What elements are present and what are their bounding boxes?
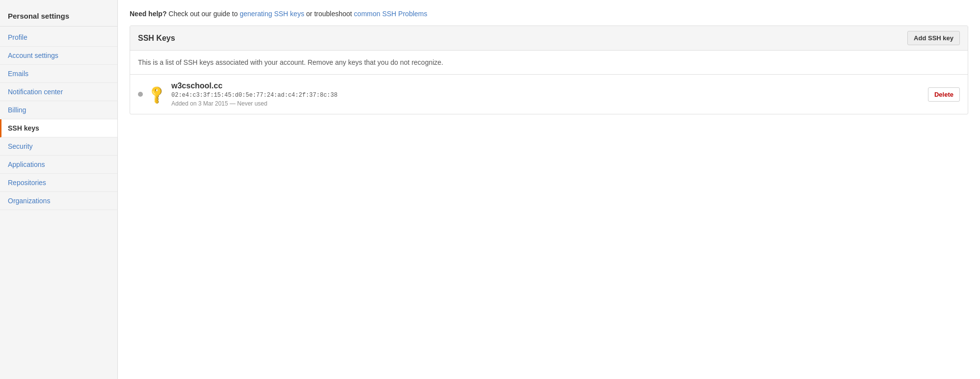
sidebar-item-notification-center[interactable]: Notification center <box>0 83 117 101</box>
sidebar-item-billing[interactable]: Billing <box>0 101 117 119</box>
common-ssh-problems-link[interactable]: common SSH Problems <box>354 10 427 18</box>
sidebar-heading: Personal settings <box>0 8 117 27</box>
sidebar-item-applications[interactable]: Applications <box>0 156 117 174</box>
help-text: Need help? Check out our guide to genera… <box>130 10 968 18</box>
sidebar-item-emails[interactable]: Emails <box>0 65 117 83</box>
sidebar-item-organizations[interactable]: Organizations <box>0 192 117 210</box>
ssh-box-title: SSH Keys <box>138 34 175 43</box>
ssh-keys-box: SSH Keys Add SSH key This is a list of S… <box>130 26 968 114</box>
help-or-text: or troubleshoot <box>306 10 354 18</box>
delete-key-button[interactable]: Delete <box>928 87 960 102</box>
sidebar-item-ssh-keys[interactable]: SSH keys <box>0 119 117 137</box>
sidebar-item-profile[interactable]: Profile <box>0 28 117 47</box>
key-added-date: Added on 3 Mar 2015 — Never used <box>171 100 928 107</box>
key-status-indicator <box>138 92 143 97</box>
help-middle-text: Check out our guide to <box>168 10 240 18</box>
generating-ssh-keys-link[interactable]: generating SSH keys <box>240 10 304 18</box>
sidebar-item-account-settings[interactable]: Account settings <box>0 47 117 65</box>
help-prefix: Need help? <box>130 10 166 18</box>
key-details: w3cschool.cc 02:e4:c3:3f:15:45:d0:5e:77:… <box>171 81 928 107</box>
ssh-key-row: 🔑 w3cschool.cc 02:e4:c3:3f:15:45:d0:5e:7… <box>130 75 968 114</box>
key-name: w3cschool.cc <box>171 81 928 90</box>
add-ssh-key-button[interactable]: Add SSH key <box>907 31 960 45</box>
key-fingerprint: 02:e4:c3:3f:15:45:d0:5e:77:24:ad:c4:2f:3… <box>171 92 928 99</box>
main-content: Need help? Check out our guide to genera… <box>118 0 980 379</box>
sidebar-item-security[interactable]: Security <box>0 137 117 156</box>
sidebar-item-repositories[interactable]: Repositories <box>0 174 117 192</box>
ssh-box-header: SSH Keys Add SSH key <box>130 26 968 51</box>
ssh-description: This is a list of SSH keys associated wi… <box>130 51 968 75</box>
sidebar: Personal settings Profile Account settin… <box>0 0 118 379</box>
key-icon: 🔑 <box>146 83 168 106</box>
